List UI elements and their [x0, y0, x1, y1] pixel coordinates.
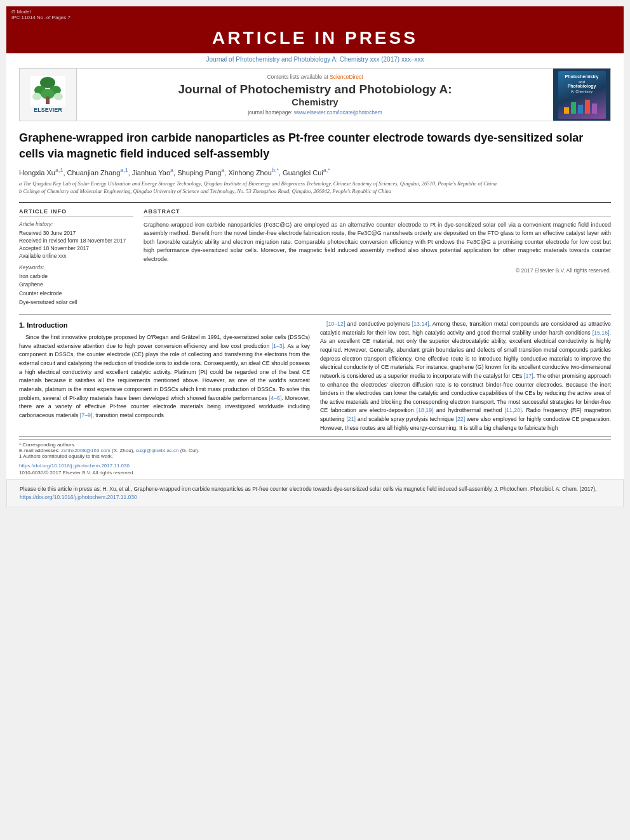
- footer-divider: [19, 439, 611, 440]
- ref-18-19: [18,19]: [417, 407, 434, 413]
- date-accepted: Accepted 18 November 2017: [19, 245, 133, 251]
- doi-line[interactable]: https://doi.org/10.1016/j.jphotochem.201…: [19, 463, 611, 469]
- email2-link[interactable]: cuigl@qibebt.ac.cn: [136, 448, 179, 453]
- homepage-prefix: journal homepage:: [248, 109, 292, 116]
- issn-line: 1010-6030/© 2017 Elsevier B.V. All right…: [19, 470, 611, 476]
- article-title: Graphene-wrapped iron carbide nanopartic…: [19, 130, 611, 162]
- ref-15-16: [15,16]: [593, 330, 610, 336]
- elsevier-label: ELSEVIER: [34, 107, 62, 113]
- journal-title-line1: Journal of Photochemistry and Photobiolo…: [83, 83, 547, 97]
- svg-rect-11: [585, 100, 590, 114]
- elsevier-tree-icon: [30, 76, 65, 107]
- gmodel-text: G Model: [11, 9, 30, 15]
- homepage-url[interactable]: www.elsevier.com/locate/jphotochem: [294, 109, 382, 116]
- intro-para1: Since the first innovative prototype pro…: [19, 333, 310, 420]
- kw1: Iron carbide: [19, 272, 133, 281]
- citation-doi-link[interactable]: https://doi.org/10.1016/j.jphotochem.201…: [20, 494, 137, 500]
- article-info-heading: ARTICLE INFO: [19, 208, 133, 217]
- date-revised: Received in revised form 18 November 201…: [19, 237, 133, 244]
- abstract-column: ABSTRACT Graphene-wrapped iron carbide n…: [144, 208, 611, 307]
- body-text-section: 1. Introduction Since the first innovati…: [19, 314, 611, 436]
- article-info-abstract-section: ARTICLE INFO Article history: Received 3…: [19, 202, 611, 307]
- intro-para2: [10–12] and conductive polymers [13,14].…: [320, 320, 611, 432]
- sciencedirect-link[interactable]: ScienceDirect: [330, 74, 363, 80]
- contents-prefix: Contents lists available at: [267, 74, 328, 80]
- email1-link[interactable]: zxhhx2008@163.com: [61, 448, 111, 453]
- article-body: Graphene-wrapped iron carbide nanopartic…: [6, 130, 624, 436]
- journal-center: Contents lists available at ScienceDirec…: [77, 69, 553, 121]
- abstract-text: Graphene-wrapped iron carbide nanopartic…: [144, 221, 611, 264]
- email2-name: (G. Cui).: [180, 448, 199, 453]
- logo-text-line3: Photobiology: [568, 84, 596, 88]
- svg-rect-9: [571, 102, 576, 114]
- intro-section-title: 1. Introduction: [19, 320, 310, 331]
- footer-notes: * Corresponding authors. E-mail addresse…: [19, 436, 611, 462]
- ref-11-20: [11,20]: [505, 407, 522, 413]
- kw3: Counter electrode: [19, 290, 133, 298]
- journal-logo-right-inner: Photochemistry and Photobiology A: Chemi…: [558, 71, 606, 119]
- svg-rect-5: [46, 97, 50, 104]
- journal-title-line2: Chemistry: [83, 97, 547, 107]
- footnote1: 1 Authors contributed equally to this wo…: [19, 453, 611, 459]
- body-col-right: [10–12] and conductive polymers [13,14].…: [320, 320, 611, 436]
- ref-7-9: [7–9]: [80, 412, 93, 418]
- affiliation-b: b College of Chemistry and Molecular Eng…: [19, 188, 611, 196]
- email-line: E-mail addresses: zxhhx2008@163.com (X. …: [19, 448, 611, 453]
- date-received: Received 30 June 2017: [19, 230, 133, 236]
- email-label: E-mail addresses:: [19, 448, 60, 453]
- copyright-line: © 2017 Elsevier B.V. All rights reserved…: [144, 267, 611, 274]
- subtitle-bar: Journal of Photochemistry and Photobiolo…: [6, 53, 624, 64]
- svg-point-7: [54, 93, 63, 100]
- svg-point-6: [32, 93, 41, 100]
- abstract-heading: ABSTRACT: [144, 208, 611, 217]
- kw4: Dye-sensitized solar cell: [19, 298, 133, 307]
- subtitle-text: Journal of Photochemistry and Photobiolo…: [206, 56, 424, 63]
- body-col-left: 1. Introduction Since the first innovati…: [19, 320, 310, 436]
- logo-chart-icon: [563, 96, 601, 115]
- svg-rect-10: [578, 105, 583, 114]
- ref-10-12: [10–12]: [326, 321, 345, 327]
- ref-17: [17]: [524, 373, 533, 379]
- journal-logo-right: Photochemistry and Photobiology A: Chemi…: [553, 69, 610, 121]
- ref-21: [21]: [346, 416, 356, 422]
- journal-homepage: journal homepage: www.elsevier.com/locat…: [83, 109, 547, 116]
- journal-header: ELSEVIER Contents lists available at Sci…: [19, 68, 611, 121]
- affiliation-a: a The Qingdao Key Lab of Solar Energy Ut…: [19, 180, 611, 188]
- corresponding-label: * Corresponding authors.: [19, 442, 611, 448]
- article-id: IPC 11014 No. of Pages 7: [11, 15, 70, 20]
- banner-title: ARTICLE IN PRESS: [212, 28, 418, 48]
- ref-4-6: [4–6]: [269, 395, 282, 401]
- svg-rect-8: [564, 107, 569, 114]
- ref-22: [22]: [455, 416, 465, 422]
- affiliations: a The Qingdao Key Lab of Solar Energy Ut…: [19, 180, 611, 196]
- email1-name: (X. Zhou),: [112, 448, 135, 453]
- page: G Model IPC 11014 No. of Pages 7 ARTICLE…: [6, 6, 624, 507]
- history-label: Article history:: [19, 221, 133, 227]
- citation-box: Please cite this article in press as: H.…: [6, 479, 624, 507]
- svg-rect-12: [592, 103, 597, 114]
- journal-logo-left: ELSEVIER: [20, 69, 77, 121]
- logo-text-line4: A: Chemistry: [571, 90, 593, 93]
- ref-13-14: [13,14]: [412, 321, 429, 327]
- date-available: Available online xxx: [19, 253, 133, 259]
- ref-1-3: [1–3]: [272, 343, 285, 349]
- logo-text-line1: Photochemistry: [565, 74, 599, 79]
- article-info-column: ARTICLE INFO Article history: Received 3…: [19, 208, 133, 307]
- keywords-label: Keywords:: [19, 264, 133, 270]
- article-in-press-banner: ARTICLE IN PRESS: [6, 22, 624, 53]
- contents-line: Contents lists available at ScienceDirec…: [83, 74, 547, 80]
- authors: Hongxia Xua,1, Chuanjian Zhanga,1, Jianh…: [19, 167, 611, 177]
- kw2: Graphene: [19, 281, 133, 290]
- citation-text: Please cite this article in press as: H.…: [20, 486, 596, 492]
